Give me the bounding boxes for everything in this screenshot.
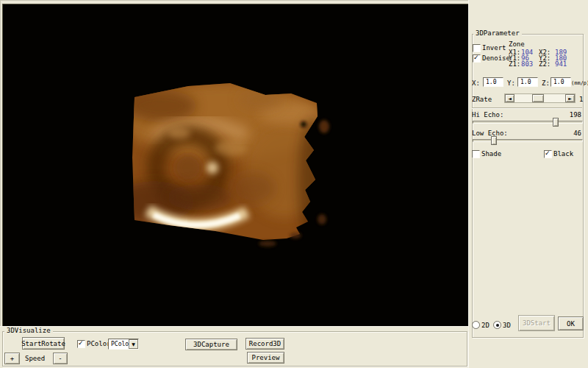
hi-echo-slider-thumb[interactable] — [553, 118, 559, 127]
denoise-checkbox[interactable]: ✓ — [473, 54, 481, 63]
low-echo-value: 46 — [562, 130, 581, 137]
3dstart-button[interactable]: 3DStart — [518, 315, 555, 331]
mode-3d-label: 3D — [503, 322, 511, 329]
dropdown-arrow-icon[interactable]: ▼ — [129, 339, 138, 349]
speed-label: Speed — [25, 355, 45, 362]
ultrasound-volume-image — [3, 4, 469, 327]
denoise-label: Denoise — [482, 55, 510, 62]
hi-echo-slider-track[interactable] — [473, 121, 583, 124]
invert-checkbox[interactable]: ✓ — [473, 44, 481, 52]
3dparameter-group-title: 3DParameter — [473, 30, 522, 37]
zone-title: Zone — [509, 41, 525, 48]
low-echo-slider-track[interactable] — [473, 139, 583, 142]
scale-y-label: Y: — [507, 80, 515, 87]
hi-echo-value: 198 — [562, 112, 581, 118]
3dvisualize-group-title: 3DVisualize — [4, 328, 53, 334]
black-label: Black — [553, 151, 573, 158]
shade-checkbox[interactable]: ✓ — [472, 150, 480, 158]
low-echo-label: Low Echo: — [472, 130, 508, 137]
scale-x-input[interactable]: 1.0 — [483, 77, 503, 87]
check-icon: ✓ — [78, 339, 84, 347]
scale-z-label: Z: — [542, 80, 550, 87]
mode-2d-radio[interactable] — [472, 321, 480, 329]
zone-z1-value: 803 — [521, 61, 533, 68]
mode-3d-radio[interactable] — [493, 321, 501, 329]
scale-unit-label: (mm/p) — [571, 80, 588, 87]
visualize-panel: 3DVisualize StartRotate + Speed - ✓ PCol… — [0, 326, 468, 368]
invert-label: Invert — [482, 45, 506, 52]
scroll-right-icon: ► — [568, 96, 572, 101]
pcolor-label: PColor — [87, 341, 111, 347]
scale-z-input[interactable]: 1.0 — [551, 77, 571, 87]
zrate-scrollbar-thumb[interactable] — [532, 94, 544, 102]
check-icon: ✓ — [473, 54, 479, 61]
speed-minus-button[interactable]: - — [53, 353, 68, 364]
preview-button[interactable]: Preview — [247, 352, 284, 364]
zrate-label: ZRate — [472, 96, 492, 103]
scale-y-input[interactable]: 1.0 — [517, 77, 538, 87]
3dcapture-button[interactable]: 3DCapture — [185, 339, 237, 350]
zrate-scrollbar[interactable]: ◄ ► — [504, 93, 576, 103]
ok-button[interactable]: OK — [558, 316, 584, 330]
pcolor-dropdown[interactable]: PColor ▼ — [108, 339, 139, 350]
zone-z1-label: Z1: — [509, 61, 520, 68]
zrate-value: 1 — [579, 96, 583, 103]
zrate-scroll-left-button[interactable]: ◄ — [505, 94, 514, 102]
black-checkbox[interactable]: ✓ — [544, 150, 552, 158]
low-echo-slider-thumb[interactable] — [491, 136, 497, 145]
scale-x-label: X: — [472, 80, 480, 87]
scroll-left-icon: ◄ — [508, 96, 512, 101]
hi-echo-label: Hi Echo: — [472, 112, 503, 118]
start-rotate-button[interactable]: StartRotate — [22, 337, 65, 350]
zone-z2-value: 941 — [555, 61, 567, 68]
zone-z2-label: Z2: — [539, 61, 551, 68]
speed-plus-button[interactable]: + — [4, 353, 20, 364]
zrate-scroll-right-button[interactable]: ► — [565, 94, 575, 102]
application-window: 3DParameter ✓ Invert ✓ Denoise Zone X1: … — [0, 0, 588, 368]
shade-label: Shade — [481, 151, 501, 158]
pcolor-checkbox[interactable]: ✓ — [77, 340, 85, 348]
record3d-button[interactable]: Record3D — [245, 338, 284, 350]
parameter-panel: 3DParameter ✓ Invert ✓ Denoise Zone X1: … — [468, 0, 588, 368]
check-icon: ✓ — [545, 149, 551, 157]
mode-2d-label: 2D — [481, 322, 490, 329]
separator-line — [472, 107, 582, 108]
render-viewport[interactable] — [2, 4, 469, 327]
